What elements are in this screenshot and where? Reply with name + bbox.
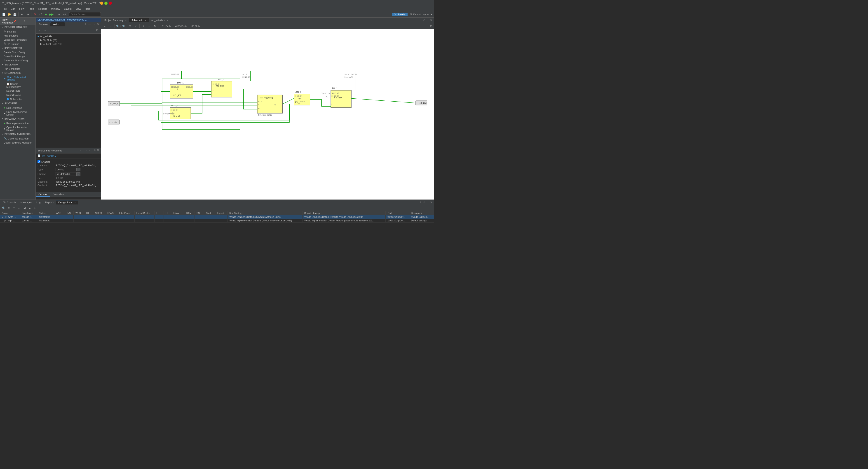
- tab-maximize-icon[interactable]: □: [92, 23, 96, 26]
- nav-open-block-design[interactable]: Open Block Design: [0, 55, 35, 59]
- props-scroll-area[interactable]: [36, 197, 101, 200]
- bottom-close-icon[interactable]: ✕: [429, 201, 433, 204]
- netlist-collapse-btn[interactable]: ≡: [43, 28, 48, 33]
- tab-sources[interactable]: Sources: [37, 22, 50, 26]
- section-ip-integrator-title[interactable]: ▼ IP INTEGRATOR: [0, 46, 35, 50]
- led-twinkle-v-close-icon[interactable]: ✕: [167, 19, 168, 22]
- nav-schematic[interactable]: 🔷 Schematic: [0, 97, 35, 101]
- sch-zoom-out-btn[interactable]: 🔍-: [122, 24, 127, 29]
- tab-log[interactable]: Log: [34, 200, 43, 204]
- table-row-synth1[interactable]: ▶ ☑ synth_1 constrs_1 Not started: [0, 215, 434, 219]
- bottom-help-icon[interactable]: ?: [419, 201, 422, 204]
- tab-properties[interactable]: Properties: [50, 192, 67, 197]
- nav-run-synthesis[interactable]: ▶ Run Synthesis: [0, 106, 35, 110]
- nav-language-templates[interactable]: Language Templates: [0, 38, 35, 42]
- save-button[interactable]: 💾: [12, 12, 17, 17]
- sch-zoom-in-btn[interactable]: 🔍+: [116, 24, 121, 29]
- tab-schematic[interactable]: Schematic ✕: [129, 18, 149, 22]
- runs-search-btn[interactable]: 🔍: [1, 206, 6, 210]
- runs-table-container[interactable]: Name Constraints Status WNS TNS WHS THS …: [0, 211, 434, 223]
- section-implementation-title[interactable]: ▼ IMPLEMENTATION: [0, 117, 35, 121]
- props-back-btn[interactable]: ←: [79, 148, 83, 153]
- menu-file[interactable]: File: [1, 7, 8, 11]
- sch-hide-btn[interactable]: −: [147, 24, 152, 29]
- runs-filter-btn[interactable]: ≡: [6, 206, 11, 210]
- runs-expand-btn[interactable]: ⊞: [12, 206, 16, 210]
- sch-settings-icon[interactable]: ⚙: [430, 24, 433, 28]
- tab-settings-icon[interactable]: ⚙: [96, 22, 100, 26]
- tab-tcl-console[interactable]: Tcl Console: [1, 200, 18, 204]
- flow-nav-help-icon[interactable]: ?: [24, 20, 34, 23]
- tab-minimize-icon[interactable]: —: [87, 23, 92, 26]
- new-button[interactable]: 📄: [1, 12, 6, 17]
- close-button[interactable]: [109, 2, 112, 5]
- main-tab-restore-icon[interactable]: ↗: [422, 19, 426, 22]
- sch-forward-btn[interactable]: →: [108, 24, 113, 29]
- bottom-maximize-icon[interactable]: □: [426, 201, 429, 204]
- tab-reports[interactable]: Reports: [43, 200, 56, 204]
- nav-report-methodology[interactable]: 📋 Report Methodology: [0, 82, 35, 89]
- nav-add-sources[interactable]: Add Sources: [0, 34, 35, 38]
- tab-messages[interactable]: Messages: [18, 200, 34, 204]
- tab-help-icon[interactable]: ?: [83, 23, 87, 26]
- type-input[interactable]: [56, 168, 76, 171]
- menu-view[interactable]: View: [74, 7, 83, 11]
- runs-delete-btn[interactable]: —: [43, 206, 48, 210]
- sch-add-btn[interactable]: +: [141, 24, 146, 29]
- runs-first-btn[interactable]: ⏮: [17, 206, 22, 210]
- schematic-canvas[interactable]: sys_rst_n sys_clk led[1:0] + RTL_ADD I0[…: [101, 29, 434, 200]
- tree-nets[interactable]: ▶ 🔌 Nets (86): [36, 38, 101, 42]
- menu-edit[interactable]: Edit: [9, 7, 17, 11]
- reset-button[interactable]: ↺: [38, 12, 43, 17]
- tab-led-twinkle-v[interactable]: led_twinkle.v ✕: [149, 18, 171, 22]
- search-input[interactable]: [69, 12, 101, 17]
- nav-generate-bitstream[interactable]: 🔧 Generate Bitstream: [0, 136, 35, 141]
- runs-last-btn[interactable]: ⏭: [33, 206, 37, 210]
- netlist-settings-btn[interactable]: ⚙: [95, 28, 100, 33]
- redo-button[interactable]: ↪: [25, 12, 30, 17]
- nav-open-hardware-manager[interactable]: Open Hardware Manager: [0, 141, 35, 145]
- undo-button[interactable]: ↩: [20, 12, 25, 17]
- sch-refresh-btn[interactable]: ↻: [152, 24, 157, 29]
- nav-open-implemented-design[interactable]: ▶ Open Implemented Design: [0, 125, 35, 132]
- nav-ip-catalog[interactable]: 🔌 IP Catalog: [0, 42, 35, 46]
- project-summary-tab-close-icon[interactable]: ✕: [125, 19, 127, 22]
- nav-report-drc[interactable]: Report DRC: [0, 89, 35, 93]
- synth1-expand-icon[interactable]: ▶: [2, 216, 4, 218]
- section-project-manager-title[interactable]: ▼ PROJECT MANAGER: [0, 25, 35, 29]
- tab-general[interactable]: General: [36, 192, 50, 197]
- tab-project-summary[interactable]: Project Summary ✕: [102, 18, 129, 22]
- menu-tools[interactable]: Tools: [27, 7, 36, 11]
- enabled-checkbox[interactable]: [37, 160, 40, 163]
- flow-nav-pin-icon[interactable]: 📌: [13, 20, 23, 23]
- step-back-button[interactable]: ⏮: [62, 12, 67, 17]
- bottom-restore-icon[interactable]: ↗: [422, 201, 426, 204]
- open-button[interactable]: 📂: [7, 12, 12, 17]
- maximize-button[interactable]: [104, 2, 107, 5]
- section-rtl-analysis-title[interactable]: ▼ RTL ANALYSIS: [0, 71, 35, 75]
- props-help-icon[interactable]: ?: [89, 148, 90, 153]
- nav-create-block-design[interactable]: Create Block Design: [0, 50, 35, 55]
- main-tab-close-icon[interactable]: ✕: [429, 19, 433, 22]
- props-minimize-icon[interactable]: —: [91, 148, 94, 153]
- step-button[interactable]: ⏭: [56, 12, 61, 17]
- schematic-tab-close-icon[interactable]: ✕: [145, 19, 146, 22]
- tab-netlist[interactable]: Netlist ✕: [50, 22, 65, 26]
- tree-leaf-cells[interactable]: ▶ ⬡ Leaf Cells (33): [36, 42, 101, 46]
- section-simulation-title[interactable]: ▼ SIMULATION: [0, 63, 35, 67]
- library-browse-btn[interactable]: ...: [76, 172, 81, 176]
- section-program-debug-title[interactable]: ▼ PROGRAM AND DEBUG: [0, 132, 35, 136]
- nav-run-simulation[interactable]: Run Simulation: [0, 67, 35, 71]
- props-forward-btn[interactable]: →: [84, 148, 88, 153]
- menu-reports[interactable]: Reports: [37, 7, 49, 11]
- menu-flow[interactable]: Flow: [18, 7, 26, 11]
- main-tab-maximize-icon[interactable]: □: [426, 19, 429, 22]
- table-row-impl1[interactable]: ▶ impl_1 constrs_1 Not started: [0, 219, 434, 223]
- props-settings-icon[interactable]: ⚙: [97, 148, 99, 153]
- nav-open-elaborated-design[interactable]: ▼ Open Elaborated Design: [0, 75, 35, 82]
- runs-prev-btn[interactable]: ◀: [22, 206, 27, 210]
- props-maximize-icon[interactable]: □: [94, 148, 96, 153]
- tab-design-runs[interactable]: Design Runs ✕: [56, 200, 78, 204]
- tree-led-twinkle[interactable]: ■ led_twinkle: [36, 35, 101, 38]
- nav-generate-block-design[interactable]: Generate Block Design: [0, 59, 35, 63]
